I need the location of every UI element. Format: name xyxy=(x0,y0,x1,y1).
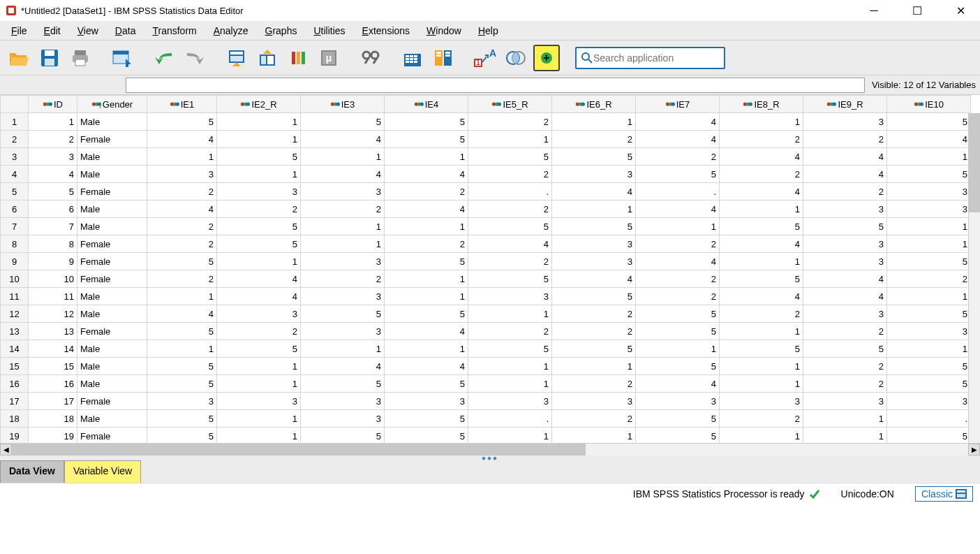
cell[interactable]: Male xyxy=(77,410,147,428)
column-header-Gender[interactable]: aGender xyxy=(77,96,147,113)
weight-cases-button[interactable] xyxy=(430,45,456,71)
cell[interactable]: 4 xyxy=(636,131,720,148)
column-header-IE9_R[interactable]: IE9_R xyxy=(803,96,887,113)
cell[interactable]: 5 xyxy=(636,428,720,444)
cell[interactable]: 3 xyxy=(803,253,887,270)
cell[interactable]: 5 xyxy=(29,183,77,201)
cell[interactable]: 5 xyxy=(301,113,385,131)
use-sets-button[interactable] xyxy=(503,45,529,71)
menu-extensions[interactable]: Extensions xyxy=(354,22,419,39)
cell[interactable]: 3 xyxy=(887,323,971,340)
cell[interactable]: 1 xyxy=(887,218,971,235)
cell[interactable]: 2 xyxy=(636,148,720,166)
row-header[interactable]: 9 xyxy=(1,253,29,270)
cell[interactable]: 4 xyxy=(720,288,803,305)
cell[interactable]: 5 xyxy=(887,375,971,393)
cell[interactable]: 3 xyxy=(803,235,887,253)
cell[interactable]: 1 xyxy=(217,428,301,444)
cell[interactable]: 5 xyxy=(147,113,217,131)
cell[interactable]: 1 xyxy=(147,288,217,305)
cell[interactable]: 1 xyxy=(147,148,217,166)
cell[interactable]: 2 xyxy=(552,323,636,340)
cell[interactable]: 10 xyxy=(29,270,77,288)
cell[interactable]: Female xyxy=(77,270,147,288)
cell[interactable]: 5 xyxy=(385,305,468,323)
cell[interactable]: 5 xyxy=(147,410,217,428)
cell[interactable]: 9 xyxy=(29,253,77,270)
cell[interactable]: 4 xyxy=(217,288,301,305)
cell[interactable]: 1 xyxy=(720,323,803,340)
cell[interactable]: 3 xyxy=(29,148,77,166)
cell[interactable]: 5 xyxy=(887,358,971,375)
row-header[interactable]: 11 xyxy=(1,288,29,305)
cell[interactable]: 5 xyxy=(385,253,468,270)
cell[interactable]: 3 xyxy=(217,305,301,323)
cell[interactable]: 3 xyxy=(887,183,971,201)
recent-dialogs-button[interactable] xyxy=(109,45,135,71)
cell[interactable]: 1 xyxy=(720,113,803,131)
cell[interactable]: 3 xyxy=(803,393,887,410)
cell[interactable]: 1 xyxy=(468,358,552,375)
cell[interactable]: 4 xyxy=(147,131,217,148)
cell[interactable]: 1 xyxy=(887,288,971,305)
cell[interactable]: 2 xyxy=(803,358,887,375)
cell[interactable]: Female xyxy=(77,323,147,340)
cell[interactable]: 1 xyxy=(887,148,971,166)
menu-file[interactable]: File xyxy=(3,22,36,39)
cell[interactable]: 5 xyxy=(468,218,552,235)
column-header-IE2_R[interactable]: IE2_R xyxy=(217,96,301,113)
cell[interactable]: 3 xyxy=(887,201,971,218)
cell[interactable]: 5 xyxy=(636,323,720,340)
menu-view[interactable]: View xyxy=(69,22,107,39)
cell[interactable]: 1 xyxy=(720,428,803,444)
cell[interactable]: 5 xyxy=(147,358,217,375)
cell[interactable]: 4 xyxy=(636,375,720,393)
cell[interactable]: 2 xyxy=(385,183,468,201)
cell[interactable]: 2 xyxy=(147,270,217,288)
cell[interactable]: 3 xyxy=(217,393,301,410)
cell[interactable]: 3 xyxy=(887,393,971,410)
cell[interactable]: Female xyxy=(77,131,147,148)
cell[interactable]: 5 xyxy=(385,410,468,428)
cell[interactable]: 11 xyxy=(29,288,77,305)
cell[interactable]: 4 xyxy=(385,201,468,218)
cell[interactable]: 5 xyxy=(147,253,217,270)
cell[interactable]: 3 xyxy=(803,305,887,323)
goto-variable-button[interactable] xyxy=(254,45,281,71)
cell[interactable]: . xyxy=(887,410,971,428)
cell[interactable]: 5 xyxy=(147,323,217,340)
row-header[interactable]: 5 xyxy=(1,183,29,201)
cell[interactable]: 5 xyxy=(636,410,720,428)
cell-editor[interactable] xyxy=(126,78,865,93)
cell[interactable]: 3 xyxy=(301,288,385,305)
cell[interactable]: 3 xyxy=(468,393,552,410)
cell[interactable]: 3 xyxy=(147,166,217,183)
cell[interactable]: 4 xyxy=(147,305,217,323)
row-header[interactable]: 18 xyxy=(1,410,29,428)
cell[interactable]: 5 xyxy=(468,270,552,288)
cell[interactable]: 5 xyxy=(301,375,385,393)
cell[interactable]: 4 xyxy=(803,288,887,305)
cell[interactable]: 4 xyxy=(636,201,720,218)
search-box[interactable] xyxy=(575,47,725,69)
cell[interactable]: 19 xyxy=(29,428,77,444)
cell[interactable]: 1 xyxy=(385,148,468,166)
cell[interactable]: 4 xyxy=(552,183,636,201)
row-header[interactable]: 17 xyxy=(1,393,29,410)
row-header[interactable]: 2 xyxy=(1,131,29,148)
cell[interactable]: 1 xyxy=(217,358,301,375)
cell[interactable]: 5 xyxy=(217,235,301,253)
cell[interactable]: 15 xyxy=(29,358,77,375)
row-header[interactable]: 4 xyxy=(1,166,29,183)
cell[interactable]: 4 xyxy=(720,148,803,166)
cell[interactable]: 5 xyxy=(301,428,385,444)
close-button[interactable]: ✕ xyxy=(946,1,974,20)
cell[interactable]: 1 xyxy=(217,131,301,148)
cell[interactable]: 5 xyxy=(552,340,636,358)
cell[interactable]: 5 xyxy=(217,340,301,358)
cell[interactable]: 7 xyxy=(29,218,77,235)
cell[interactable]: 5 xyxy=(887,428,971,444)
cell[interactable]: 1 xyxy=(803,410,887,428)
cell[interactable]: 3 xyxy=(552,253,636,270)
grid-corner[interactable] xyxy=(1,96,29,113)
